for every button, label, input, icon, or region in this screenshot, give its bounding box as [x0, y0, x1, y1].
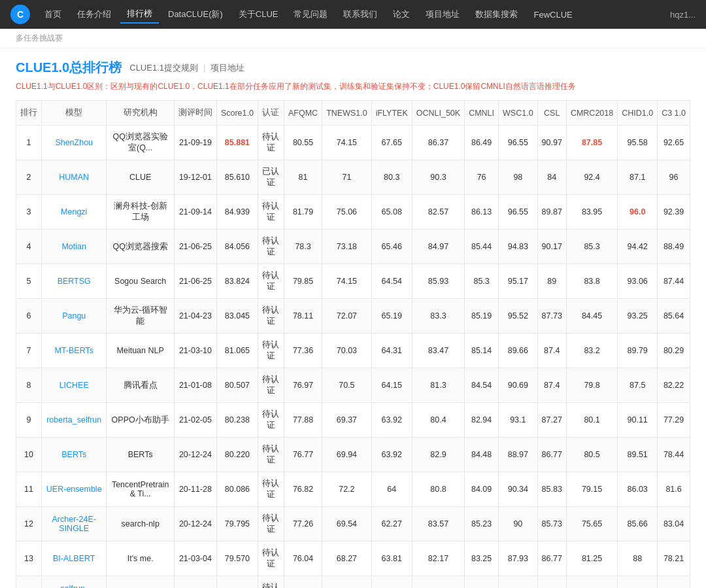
nav-about[interactable]: 关于CLUE [232, 6, 285, 23]
nav-datasearch[interactable]: 数据集搜索 [469, 6, 524, 23]
nav-contact[interactable]: 联系我们 [337, 6, 384, 23]
nav-task[interactable]: 任务介绍 [71, 6, 118, 23]
cell-afqmc: 78.11 [284, 299, 322, 334]
cell-model[interactable]: BERTs [42, 438, 107, 472]
cell-iflytek: 67.65 [371, 126, 412, 160]
cell-cert: 已认证 [258, 160, 284, 195]
table-row: 11 UER-ensemble TencentPretrain & Ti... … [16, 472, 690, 507]
cell-c3: 78.44 [658, 438, 690, 472]
col-cmnli: CMNLI [465, 101, 499, 126]
nav-user[interactable]: hqz1... [670, 10, 696, 20]
cell-date: 21-09-19 [174, 126, 216, 160]
cell-iflytek: 63.81 [371, 542, 412, 576]
cell-score: 84.939 [216, 195, 258, 230]
cell-csl: 85.83 [537, 472, 566, 507]
cell-rank: 2 [16, 160, 42, 195]
table-row: 10 BERTs BERTs 20-12-24 80.220 待认证 76.77… [16, 438, 690, 472]
cell-cmrc: 83.95 [566, 195, 617, 230]
cell-org: 澜舟科技-创新工场 [107, 195, 174, 230]
cell-iflytek: 62.27 [371, 507, 412, 542]
cell-org: BERTs [107, 438, 174, 472]
cell-chid: 94.42 [618, 230, 658, 264]
cell-model[interactable]: roberta_selfrun [42, 403, 107, 438]
cell-cmrc: 80.1 [566, 403, 617, 438]
cell-model[interactable]: HUMAN [42, 160, 107, 195]
cell-date: 21-06-25 [174, 264, 216, 299]
nav-dataclue[interactable]: DataCLUE(新) [161, 6, 229, 23]
cell-model[interactable]: Mengzi [42, 195, 107, 230]
cell-tnews: 71 [322, 160, 372, 195]
table-row: 9 roberta_selfrun OPPO小布助手 21-02-05 80.2… [16, 403, 690, 438]
cell-score: 85.610 [216, 160, 258, 195]
cell-model[interactable]: BI-ALBERT [42, 542, 107, 576]
cell-chid: 89.51 [618, 438, 658, 472]
cell-wsc: 98 [499, 160, 538, 195]
nav-leaderboard[interactable]: 排行榜 [120, 5, 159, 24]
cell-ocnli: 80.4 [412, 576, 464, 589]
cell-ocnli: 83.3 [412, 299, 464, 334]
cell-cmnli: 84.09 [465, 472, 499, 507]
cell-wsc: 93.1 [499, 403, 538, 438]
nav-home[interactable]: 首页 [38, 6, 68, 23]
cell-chid: 86.03 [618, 472, 658, 507]
cell-rank: 7 [16, 334, 42, 368]
nav-logo[interactable]: C [10, 5, 30, 24]
table-row: 13 BI-ALBERT It's me. 21-03-04 79.570 待认… [16, 542, 690, 576]
cell-rank: 1 [16, 126, 42, 160]
cell-c3: 77.29 [658, 576, 690, 589]
cell-csl: 86.77 [537, 438, 566, 472]
cell-csl: 87.27 [537, 403, 566, 438]
cell-wsc: 90.34 [499, 472, 538, 507]
cell-model[interactable]: LICHEE [42, 368, 107, 403]
col-org: 研究机构 [107, 101, 174, 126]
cell-model[interactable]: Motian [42, 230, 107, 264]
cell-ocnli: 90.3 [412, 160, 464, 195]
cell-ocnli: 84.97 [412, 230, 464, 264]
cell-model[interactable]: ShenZhou [42, 126, 107, 160]
cell-model[interactable]: MT-BERTs [42, 334, 107, 368]
link-rules[interactable]: CLUE1.1提交规则 [129, 62, 198, 74]
page-title: CLUE1.0总排行榜 [16, 59, 122, 77]
cell-csl: 90.17 [537, 230, 566, 264]
cell-score: 84.056 [216, 230, 258, 264]
cell-date: 21-01-08 [174, 368, 216, 403]
cell-c3: 92.65 [658, 126, 690, 160]
cell-score: 79.795 [216, 507, 258, 542]
cell-iflytek: 63.92 [371, 403, 412, 438]
table-row: 3 Mengzi 澜舟科技-创新工场 21-09-14 84.939 待认证 8… [16, 195, 690, 230]
nav-fewclue[interactable]: FewCLUE [527, 7, 579, 22]
cell-model[interactable]: Pangu [42, 299, 107, 334]
cell-csl: 87.27 [537, 576, 566, 589]
cell-csl: 87.4 [537, 368, 566, 403]
cell-afqmc: 79.85 [284, 264, 322, 299]
cell-tnews: 74.15 [322, 264, 372, 299]
cell-ocnli: 80.4 [412, 403, 464, 438]
col-ocnli: OCNLI_50K [412, 101, 464, 126]
cell-ocnli: 85.93 [412, 264, 464, 299]
cell-chid: 88 [618, 542, 658, 576]
nav-faq[interactable]: 常见问题 [287, 6, 334, 23]
cell-afqmc: 77.26 [284, 507, 322, 542]
cell-model[interactable]: selfrun-ensemble [42, 576, 107, 589]
cell-cmnli: 84.48 [465, 438, 499, 472]
cell-model[interactable]: Archer-24E-SINGLE [42, 507, 107, 542]
cell-cert: 待认证 [258, 507, 284, 542]
cell-tnews: 69.1 [322, 576, 372, 589]
cell-org: QQ浏览器实验室(Q... [107, 126, 174, 160]
cell-rank: 10 [16, 438, 42, 472]
nav-paper[interactable]: 论文 [386, 6, 416, 23]
cell-model[interactable]: BERTSG [42, 264, 107, 299]
cell-ocnli: 83.57 [412, 507, 464, 542]
cell-c3: 85.64 [658, 299, 690, 334]
nav-project[interactable]: 项目地址 [419, 6, 466, 23]
cell-csl: 89 [537, 264, 566, 299]
cell-chid: 87.1 [618, 160, 658, 195]
cell-c3: 88.49 [658, 230, 690, 264]
link-project[interactable]: 项目地址 [210, 62, 244, 74]
cell-model[interactable]: UER-ensemble [42, 472, 107, 507]
cell-org: It's me. [107, 542, 174, 576]
table-header-row: 排行 模型 研究机构 测评时间 Score1.0 认证 AFQMC TNEWS1… [16, 101, 690, 126]
cell-cmrc: 92.4 [566, 160, 617, 195]
cell-rank: 9 [16, 403, 42, 438]
cell-date: 20-11-28 [174, 472, 216, 507]
